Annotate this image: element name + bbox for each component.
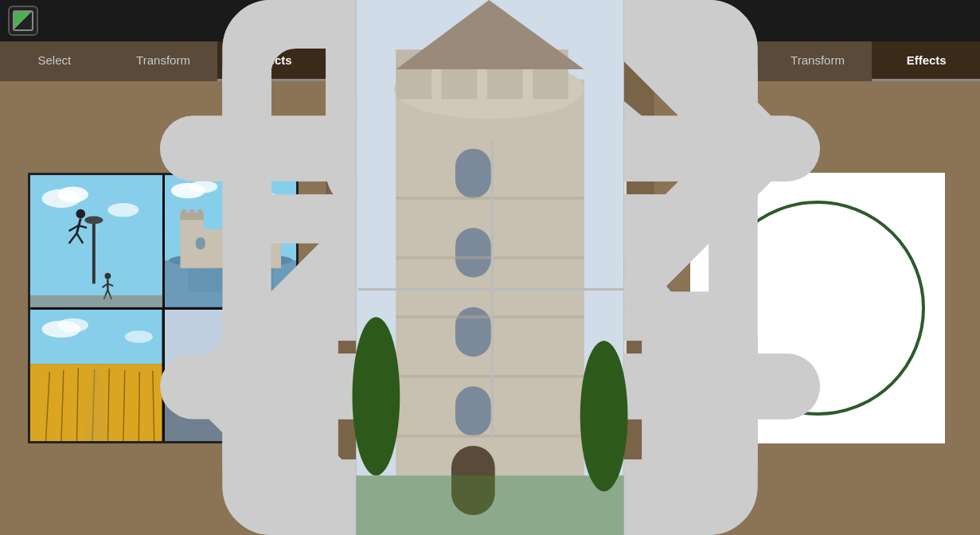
content-right	[654, 81, 980, 535]
circle-right-half	[818, 204, 922, 412]
white-frame	[698, 189, 937, 428]
panel-right: Select Transform Effects	[654, 0, 980, 535]
circle-effect-display[interactable]	[710, 201, 925, 416]
circle-frame	[690, 173, 945, 443]
grid-line-vertical	[491, 139, 494, 437]
